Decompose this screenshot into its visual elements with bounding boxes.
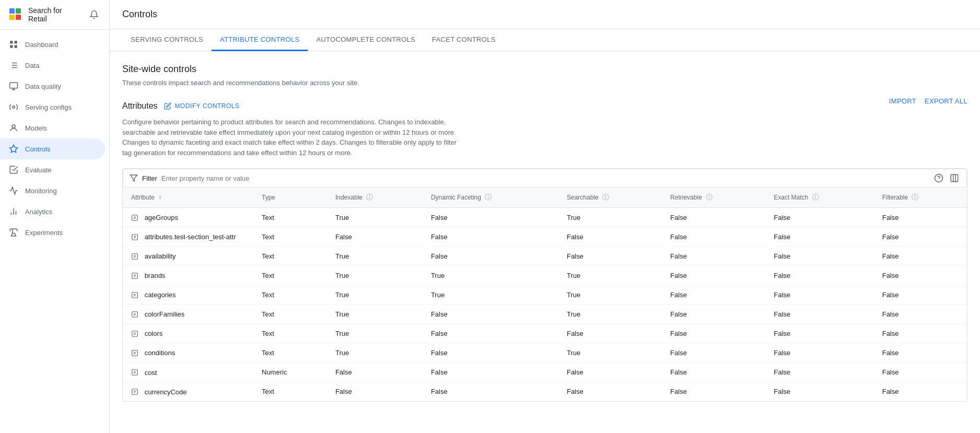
sidebar-item-label: Data <box>25 62 39 69</box>
attributes-title: Attributes <box>122 101 158 111</box>
svg-rect-14 <box>10 83 18 88</box>
cell-type: Numeric <box>253 362 327 382</box>
evaluate-icon <box>8 165 19 175</box>
cell-searchable: False <box>558 382 662 401</box>
table-row: colors Text True False False False False… <box>123 324 967 343</box>
experiments-icon <box>8 227 19 238</box>
cell-indexable: False <box>327 362 423 382</box>
svg-marker-23 <box>130 175 137 181</box>
cell-dynamic-faceting: False <box>423 324 558 343</box>
attributes-header: Attributes MODIFY CONTROLS <box>122 101 240 111</box>
sidebar-item-evaluate[interactable]: Evaluate <box>0 159 105 180</box>
cell-filterable: False <box>874 324 967 343</box>
sidebar-item-label: Analytics <box>25 208 52 216</box>
cell-indexable: True <box>327 247 423 266</box>
cell-type: Text <box>253 305 327 324</box>
sidebar-item-dashboard[interactable]: Dashboard <box>0 34 105 55</box>
cell-filterable: False <box>874 247 967 266</box>
cell-type: Text <box>253 227 327 247</box>
svg-marker-19 <box>10 145 18 153</box>
attribute-icon <box>131 291 138 299</box>
cell-attribute: ageGroups <box>123 208 253 227</box>
cell-retrievable: False <box>662 305 765 324</box>
cell-dynamic-faceting: False <box>423 343 558 362</box>
cell-retrievable: False <box>662 227 765 247</box>
cell-searchable: True <box>558 208 662 227</box>
cell-indexable: False <box>327 382 423 401</box>
help-icon[interactable] <box>933 172 944 184</box>
svg-point-18 <box>12 125 15 128</box>
sidebar-item-label: Monitoring <box>25 187 57 195</box>
notification-bell-icon[interactable] <box>87 8 101 21</box>
cell-attribute: brands <box>123 266 253 285</box>
table-row: brands Text True True True False False F… <box>123 266 967 285</box>
top-bar: Controls <box>110 0 980 29</box>
attribute-icon <box>131 311 138 318</box>
table-row: categories Text True True True False Fal… <box>123 285 967 305</box>
import-export-actions: IMPORT EXPORT ALL <box>889 97 967 105</box>
cell-type: Text <box>253 285 327 305</box>
sidebar-item-models[interactable]: Models <box>0 118 105 138</box>
cell-type: Text <box>253 343 327 362</box>
attribute-name: categories <box>145 291 176 299</box>
attribute-icon <box>131 349 138 357</box>
sidebar-item-data[interactable]: Data <box>0 55 105 76</box>
tab-serving-controls[interactable]: SERVING CONTROLS <box>122 29 212 51</box>
sidebar-header: Search for Retail <box>0 0 109 30</box>
cell-exact-match: False <box>765 208 873 227</box>
table-row: currencyCode Text False False False Fals… <box>123 382 967 401</box>
cell-indexable: True <box>327 343 423 362</box>
tabs-bar: SERVING CONTROLS ATTRIBUTE CONTROLS AUTO… <box>110 29 980 51</box>
cell-dynamic-faceting: False <box>423 382 558 401</box>
quality-icon <box>8 81 19 91</box>
filter-input[interactable] <box>161 174 933 182</box>
sidebar-item-serving-configs[interactable]: Serving configs <box>0 97 105 118</box>
export-all-button[interactable]: EXPORT ALL <box>925 97 967 105</box>
tab-autocomplete-controls[interactable]: AUTOCOMPLETE CONTROLS <box>308 29 424 51</box>
dynamic-faceting-help-icon[interactable]: ⓘ <box>485 193 492 201</box>
cell-attribute: colors <box>123 324 253 343</box>
cell-dynamic-faceting: False <box>423 362 558 382</box>
cell-indexable: True <box>327 285 423 305</box>
cell-attribute: availability <box>123 247 253 266</box>
sidebar-item-controls[interactable]: Controls <box>0 138 105 159</box>
modify-controls-button[interactable]: MODIFY CONTROLS <box>164 102 240 110</box>
cell-filterable: False <box>874 285 967 305</box>
tab-facet-controls[interactable]: FACET CONTROLS <box>424 29 504 51</box>
cell-searchable: False <box>558 247 662 266</box>
svg-rect-5 <box>15 41 17 43</box>
cell-searchable: False <box>558 227 662 247</box>
main-content: Controls SERVING CONTROLS ATTRIBUTE CONT… <box>110 0 980 433</box>
cell-type: Text <box>253 324 327 343</box>
searchable-help-icon[interactable]: ⓘ <box>602 193 609 201</box>
cell-exact-match: False <box>765 343 873 362</box>
th-indexable: Indexable ⓘ <box>327 188 423 208</box>
cell-dynamic-faceting: False <box>423 247 558 266</box>
attribute-name: currencyCode <box>145 388 187 396</box>
cell-searchable: False <box>558 362 662 382</box>
cell-attribute: cost <box>123 362 253 382</box>
svg-rect-26 <box>951 174 958 182</box>
sidebar-item-label: Dashboard <box>25 41 59 49</box>
cell-searchable: True <box>558 266 662 285</box>
sort-icon[interactable]: ↑ <box>158 194 161 201</box>
columns-icon[interactable] <box>949 172 960 184</box>
section-title: Site-wide controls <box>122 64 967 75</box>
sidebar-nav: Dashboard Data Data quality Serving conf… <box>0 30 109 243</box>
sidebar-item-experiments[interactable]: Experiments <box>0 222 105 243</box>
sidebar-item-analytics[interactable]: Analytics <box>0 201 105 222</box>
cell-filterable: False <box>874 266 967 285</box>
cell-retrievable: False <box>662 343 765 362</box>
import-button[interactable]: IMPORT <box>889 97 916 105</box>
sidebar-item-data-quality[interactable]: Data quality <box>0 76 105 97</box>
indexable-help-icon[interactable]: ⓘ <box>366 193 373 201</box>
cell-filterable: False <box>874 362 967 382</box>
tab-attribute-controls[interactable]: ATTRIBUTE CONTROLS <box>212 29 308 51</box>
cell-attribute: currencyCode <box>123 382 253 401</box>
sidebar-item-monitoring[interactable]: Monitoring <box>0 180 105 201</box>
attribute-icon <box>131 369 138 376</box>
cell-type: Text <box>253 382 327 401</box>
retrievable-help-icon[interactable]: ⓘ <box>706 193 713 201</box>
filterable-help-icon[interactable]: ⓘ <box>912 193 918 201</box>
exact-match-help-icon[interactable]: ⓘ <box>812 193 819 201</box>
